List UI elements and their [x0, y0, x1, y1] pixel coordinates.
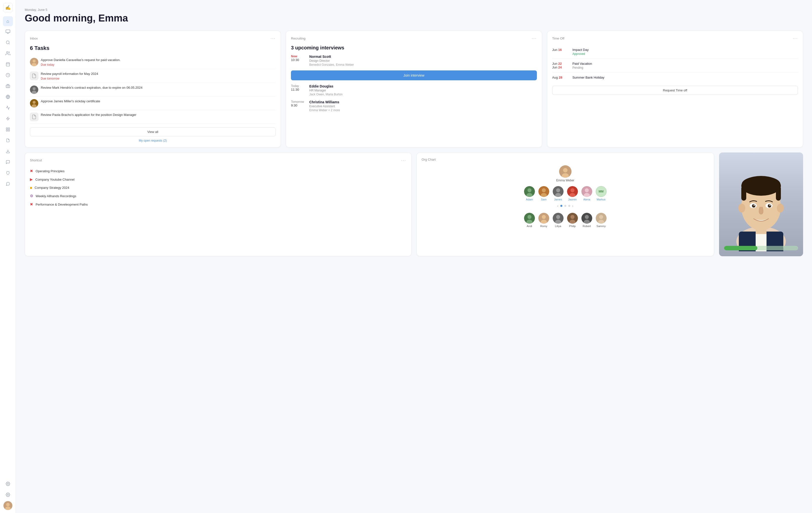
org-child-philip[interactable]: Philip — [567, 213, 578, 228]
shortcut-item-3[interactable]: ■ Company Strategy 2024 — [30, 184, 406, 192]
sidebar-bottom — [3, 479, 13, 510]
sidebar-item-globe[interactable] — [3, 92, 13, 102]
shortcut-item-5[interactable]: ✖ Performance & Develeopment Paths — [30, 200, 406, 209]
org-child-jasmin[interactable]: Jasmin — [567, 186, 578, 201]
sidebar-logo[interactable]: ✍ — [3, 3, 12, 12]
org-child-adam[interactable]: Adam — [524, 186, 535, 201]
shortcut-item-1[interactable]: ✖ Operating Principles — [30, 167, 406, 175]
shield-icon — [6, 171, 10, 176]
interview-item-2: Today 11:30 Eddie Douglas HR Manager Jac… — [291, 84, 536, 96]
org-prev-button[interactable]: ‹ — [557, 204, 558, 208]
sidebar-item-briefcase[interactable] — [3, 82, 13, 91]
interview-role-1: Design Director — [309, 59, 354, 62]
org-chart-header: Org Chart — [422, 158, 709, 161]
org-child-sammy[interactable]: Sammy — [596, 213, 607, 228]
sidebar-item-chat[interactable] — [3, 158, 13, 168]
svg-point-76 — [742, 176, 780, 192]
org-child-name-adam: Adam — [526, 198, 533, 201]
org-child-james[interactable]: James — [553, 186, 563, 201]
globe-icon — [6, 95, 10, 100]
user-avatar[interactable] — [3, 501, 12, 510]
sidebar-item-download[interactable] — [3, 147, 13, 157]
sidebar-item-calendar[interactable] — [3, 60, 13, 70]
interview-attendees-3: Emma Weber + 2 more — [309, 109, 340, 112]
recruiting-card-header: Recruiting ··· — [291, 36, 536, 41]
org-child-avatar-alena — [581, 186, 592, 197]
sidebar-item-document[interactable] — [3, 136, 13, 146]
shortcut-title: Shortcut — [30, 158, 42, 162]
chat-icon — [6, 160, 10, 165]
svg-point-78 — [777, 204, 784, 213]
org-root-avatar — [559, 165, 572, 178]
interview-name-2: Eddie Douglas — [309, 84, 343, 88]
settings2-icon — [6, 492, 10, 498]
interview-time-value-3: 9:30 — [291, 103, 306, 107]
time-off-menu-button[interactable]: ··· — [793, 36, 798, 41]
org-child-alena[interactable]: Alena — [581, 186, 592, 201]
sidebar-item-people[interactable] — [3, 49, 13, 59]
org-dot-2[interactable] — [564, 205, 566, 207]
time-off-date-3: Aug 28 — [552, 76, 569, 79]
time-off-item-2: Jun 22Jun 24 Paid Vacation Pending — [552, 59, 798, 73]
time-off-details-3: Summer Bank Holiday — [573, 76, 604, 79]
sidebar-item-lightning[interactable] — [3, 114, 13, 124]
svg-point-57 — [556, 215, 560, 219]
org-dot-1[interactable] — [560, 205, 562, 207]
shortcut-item-2[interactable]: ▶ Company Youtube Channel — [30, 175, 406, 184]
svg-rect-0 — [6, 30, 10, 33]
shortcut-item-4[interactable]: ⚙ Weekly Allhands Recordings — [30, 192, 406, 200]
sidebar-item-comment[interactable] — [3, 179, 13, 189]
sidebar-item-home[interactable]: ⌂ — [3, 16, 13, 26]
task-item: Review Paola Bracho's application for th… — [30, 110, 276, 124]
org-child-name-robert: Robert — [583, 224, 591, 228]
time-off-details-2: Paid Vacation Pending — [573, 62, 592, 69]
sidebar-item-search[interactable] — [3, 38, 13, 48]
join-interview-button[interactable]: Join interview — [291, 70, 536, 80]
org-child-name-sammy: Sammy — [597, 224, 606, 228]
sidebar-item-messages[interactable] — [3, 27, 13, 37]
task-content-1: Approve Daniella Caravellas's request fo… — [41, 58, 121, 66]
org-child-andi[interactable]: Andi — [524, 213, 535, 228]
org-child-avatar-philip — [567, 213, 578, 223]
svg-point-54 — [542, 215, 546, 219]
svg-point-77 — [738, 204, 745, 213]
org-child-robert[interactable]: Robert — [581, 213, 592, 228]
sidebar-item-shield[interactable] — [3, 169, 13, 178]
svg-point-82 — [768, 204, 771, 208]
sidebar-item-analytics[interactable] — [3, 103, 13, 113]
task-text-5: Review Paola Bracho's application for th… — [41, 113, 137, 117]
shortcut-card: Shortcut ··· ✖ Operating Principles ▶ Co… — [25, 152, 411, 256]
interview-time-value-1: 10:30 — [291, 58, 306, 62]
org-child-avatar-liliya — [553, 213, 563, 223]
recruiting-menu-button[interactable]: ··· — [532, 36, 537, 41]
open-requests-link[interactable]: My open requests (2) — [30, 139, 276, 142]
task-avatar-4 — [30, 99, 38, 108]
task-avatar-5 — [30, 113, 38, 121]
view-all-button[interactable]: View all — [30, 127, 276, 137]
svg-point-42 — [556, 188, 560, 192]
task-item: Approve James Miller's sickday certifica… — [30, 97, 276, 110]
sidebar-item-clock[interactable] — [3, 71, 13, 81]
svg-marker-12 — [6, 117, 9, 120]
shortcut-card-header: Shortcut ··· — [30, 158, 406, 163]
interview-name-1: Normat Scott — [309, 55, 354, 59]
org-child-markus[interactable]: MM Markus — [596, 186, 607, 201]
sidebar-item-settings2[interactable] — [3, 490, 13, 500]
shortcut-icon-2: ▶ — [30, 177, 33, 182]
org-dot-3[interactable] — [568, 205, 570, 207]
org-child-sam[interactable]: Sam — [539, 186, 549, 201]
time-off-status-2: Pending — [573, 66, 592, 69]
shortcut-menu-button[interactable]: ··· — [401, 158, 406, 163]
svg-point-18 — [7, 483, 8, 484]
task-content-4: Approve James Miller's sickday certifica… — [41, 99, 100, 103]
request-time-off-button[interactable]: Request Time off — [552, 86, 798, 95]
svg-line-2 — [9, 43, 9, 44]
sidebar-item-grid[interactable] — [3, 125, 13, 135]
org-next-button[interactable]: › — [572, 204, 574, 208]
inbox-menu-button[interactable]: ··· — [270, 36, 276, 41]
logo-icon: ✍ — [5, 5, 11, 10]
sidebar-item-settings[interactable] — [3, 479, 13, 489]
org-child-romy[interactable]: Romy — [539, 213, 549, 228]
time-off-name-3: Summer Bank Holiday — [573, 76, 604, 79]
org-child-liliya[interactable]: Liliya — [553, 213, 563, 228]
